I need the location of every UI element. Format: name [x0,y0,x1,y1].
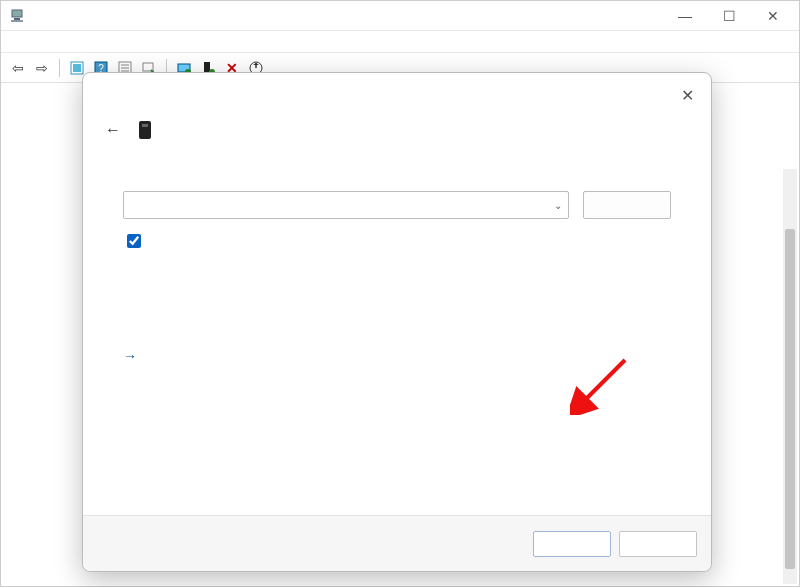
cancel-button[interactable] [619,531,697,557]
nav-back-icon[interactable]: ⇦ [7,57,29,79]
browse-button[interactable] [583,191,671,219]
arrow-right-icon: → [123,348,137,364]
minimize-button[interactable]: — [663,2,707,30]
close-button[interactable]: ✕ [751,2,795,30]
menu-view[interactable] [53,40,61,44]
include-subfolders-input[interactable] [127,234,141,248]
svg-rect-0 [12,10,22,17]
svg-rect-1 [14,18,20,20]
window-controls: — ☐ ✕ [663,2,795,30]
titlebar: — ☐ ✕ [1,1,799,31]
chevron-down-icon[interactable]: ⌄ [554,200,562,211]
app-icon [9,8,25,24]
svg-rect-2 [11,20,23,22]
pick-from-list-option[interactable]: → [123,347,671,364]
dialog-body: ⌄ → [83,143,711,515]
menu-help[interactable] [75,40,83,44]
driver-path-combobox[interactable]: ⌄ [123,191,569,219]
dialog-back-button[interactable]: ← [97,117,129,143]
menu-action[interactable] [31,40,39,44]
toolbar-separator [59,59,60,77]
nav-forward-icon[interactable]: ⇨ [31,57,53,79]
device-icon [139,121,151,139]
vertical-scrollbar[interactable] [783,169,797,584]
maximize-button[interactable]: ☐ [707,2,751,30]
dialog-header: ← [83,73,711,143]
dialog-footer [83,515,711,571]
menubar [1,31,799,53]
svg-rect-4 [73,64,81,72]
scrollbar-thumb[interactable] [785,229,795,569]
update-drivers-dialog: ✕ ← ⌄ → [82,72,712,572]
menu-file[interactable] [9,40,17,44]
include-subfolders-checkbox[interactable] [123,231,671,251]
next-button[interactable] [533,531,611,557]
dialog-close-button[interactable]: ✕ [673,81,701,109]
